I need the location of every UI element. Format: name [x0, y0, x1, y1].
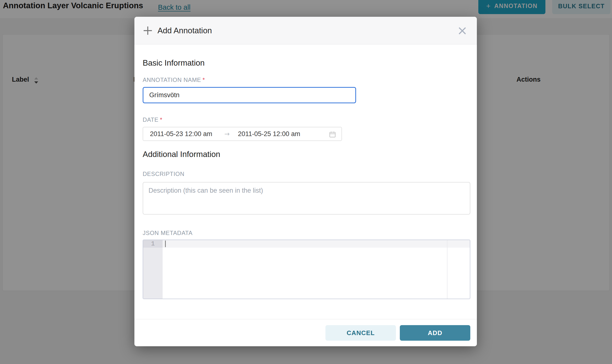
additional-information-heading: Additional Information [143, 150, 220, 159]
annotation-name-label: ANNOTATION NAME* [143, 77, 205, 83]
modal-title: Add Annotation [157, 17, 212, 44]
description-textarea[interactable] [143, 182, 470, 215]
date-end-value[interactable]: 2011-05-25 12:00 am [238, 130, 300, 138]
add-annotation-modal: Add Annotation × Basic Information ANNOT… [134, 17, 477, 346]
basic-information-heading: Basic Information [143, 58, 205, 67]
description-label: DESCRIPTION [143, 170, 184, 177]
json-metadata-editor[interactable]: 1 [143, 240, 470, 299]
plus-icon [144, 26, 152, 35]
annotation-name-input[interactable] [143, 87, 356, 103]
editor-gutter [143, 240, 163, 299]
date-start-value[interactable]: 2011-05-23 12:00 am [150, 130, 212, 138]
editor-cursor [165, 241, 166, 247]
date-range-picker[interactable]: 2011-05-23 12:00 am → 2011-05-25 12:00 a… [143, 127, 342, 141]
close-icon[interactable]: × [456, 24, 469, 37]
modal-header: Add Annotation × [134, 17, 477, 44]
cancel-button[interactable]: CANCEL [326, 325, 396, 341]
required-asterisk: * [160, 117, 162, 123]
calendar-icon [329, 131, 336, 138]
add-button[interactable]: ADD [400, 325, 470, 341]
required-asterisk: * [202, 77, 205, 83]
editor-active-line [163, 240, 470, 247]
date-label: DATE* [143, 117, 162, 123]
editor-line-number: 1 [143, 240, 163, 247]
modal-footer: CANCEL ADD [134, 319, 477, 346]
editor-print-margin [447, 240, 447, 299]
json-metadata-label: JSON METADATA [143, 230, 193, 236]
arrow-right-icon: → [224, 130, 230, 138]
